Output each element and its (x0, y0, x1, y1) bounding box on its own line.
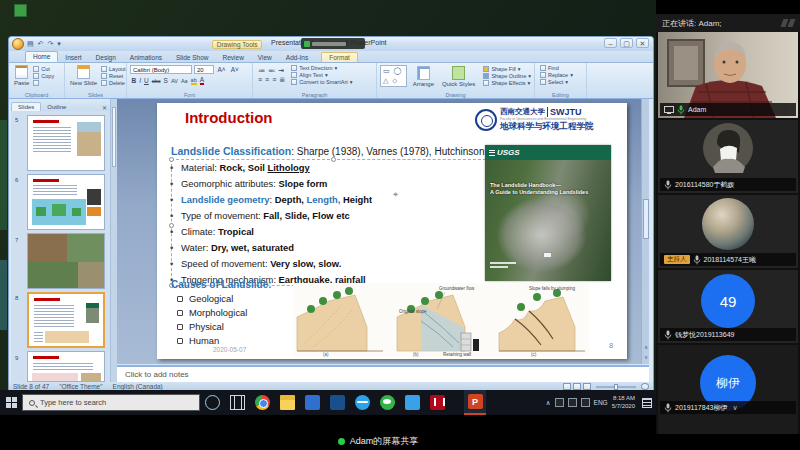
quick-styles-button[interactable]: Quick Styles (442, 66, 475, 87)
smartart-button[interactable]: Convert to SmartArt ▾ (291, 79, 352, 85)
file-explorer-icon[interactable] (280, 395, 295, 410)
close-button[interactable]: ✕ (636, 38, 649, 48)
language-indicator[interactable]: ENG (594, 399, 608, 406)
shape-fill-button[interactable]: Shape Fill ▾ (483, 66, 531, 72)
desktop-icon[interactable] (14, 4, 27, 17)
undo-icon[interactable]: ↶ (38, 40, 45, 47)
notification-center-icon[interactable] (642, 398, 652, 408)
tab-animations[interactable]: Animations (123, 53, 169, 62)
layout-button[interactable]: Layout (101, 66, 126, 72)
photos-icon[interactable] (405, 395, 420, 410)
slide-thumbnail-7[interactable] (27, 233, 105, 289)
maximize-button[interactable]: ▢ (620, 38, 633, 48)
chrome-icon[interactable] (255, 395, 270, 410)
slide-thumbnail-9[interactable] (27, 351, 105, 382)
replace-button[interactable]: Replace ▾ (540, 72, 583, 78)
slideshow-button[interactable] (583, 383, 591, 390)
app-icon[interactable] (330, 395, 345, 410)
text-direction-button[interactable]: Text Direction ▾ (291, 65, 352, 71)
taskbar-clock[interactable]: 8:18 AM 5/7/2020 (612, 395, 635, 409)
slide-canvas[interactable]: Introduction Landslide Classification: S… (157, 103, 627, 359)
highlight-color-button[interactable]: ab (191, 77, 197, 85)
office-button[interactable] (12, 38, 24, 50)
underline-button[interactable]: U (144, 77, 149, 84)
select-button[interactable]: Select ▾ (540, 79, 583, 85)
start-button[interactable] (0, 390, 22, 415)
format-painter-button[interactable] (33, 80, 54, 86)
indent-button[interactable]: ⇥ (278, 67, 284, 75)
grow-font-icon[interactable]: A˄ (218, 66, 226, 73)
shadow-button[interactable]: S (164, 77, 168, 84)
cut-button[interactable]: Cut (33, 66, 54, 72)
font-color-button[interactable]: A (200, 76, 204, 85)
align-text-button[interactable]: Align Text ▾ (291, 72, 352, 78)
tab-add-ins[interactable]: Add-Ins (279, 53, 315, 62)
zoom-slider[interactable] (596, 386, 636, 388)
tab-format[interactable]: Format (321, 52, 358, 62)
bullets-button[interactable]: ≔ (258, 67, 265, 75)
shape-effects-button[interactable]: Shape Effects ▾ (483, 80, 531, 86)
numbering-button[interactable]: ≕ (268, 67, 275, 75)
participant-tile-adam[interactable]: Adam (658, 32, 798, 118)
notes-pane[interactable]: Click to add notes (117, 365, 649, 382)
shape-outline-button[interactable]: Shape Outline ▾ (483, 73, 531, 79)
tray-expand-icon[interactable]: ∧ (546, 399, 551, 407)
tab-review[interactable]: Review (216, 53, 251, 62)
copy-button[interactable]: Copy (33, 73, 54, 79)
internet-explorer-icon[interactable] (355, 395, 370, 410)
taskbar-search[interactable]: Type here to search (22, 394, 200, 411)
previous-slide-icon[interactable]: ∧ (642, 344, 650, 350)
slide-thumbnail-5[interactable] (27, 115, 105, 171)
participant-tile[interactable]: 2016114580于鹤媛 (658, 120, 798, 193)
powerpoint-taskbar-icon[interactable]: P (464, 390, 486, 415)
slide-thumbnail-8-current[interactable] (27, 292, 105, 348)
slide-sorter-button[interactable] (573, 383, 581, 390)
align-center-icon[interactable]: ≡ (265, 76, 269, 83)
italic-button[interactable]: I (139, 77, 141, 84)
font-name-select[interactable]: Calibri (Body) (130, 65, 192, 74)
pane-close-icon[interactable]: ✕ (102, 104, 107, 111)
participant-tile[interactable]: 主持人 2018114574王曦 (658, 195, 798, 268)
shrink-font-icon[interactable]: A˅ (231, 66, 239, 73)
participant-tile[interactable]: 49 钱梦悦2019113649 (658, 270, 798, 343)
quick-access-toolbar[interactable]: ▤ ↶ ↷ ▾ (27, 40, 62, 48)
tray-icon[interactable] (555, 398, 564, 407)
shapes-gallery[interactable]: ▭ ◯ △ ⬦ (380, 65, 407, 87)
save-icon[interactable]: ▤ (27, 40, 35, 47)
justify-icon[interactable]: ≣ (279, 76, 285, 84)
chevron-down-icon[interactable]: ∨ (732, 404, 737, 412)
delete-button[interactable]: Delete (101, 80, 126, 86)
task-view-button[interactable] (230, 395, 245, 410)
tray-icon[interactable] (581, 398, 590, 407)
fit-to-window-button[interactable] (641, 383, 649, 390)
tab-insert[interactable]: Insert (58, 53, 88, 62)
find-button[interactable]: Find (540, 65, 583, 71)
next-slide-icon[interactable]: ∨ (642, 354, 650, 360)
tab-view[interactable]: View (251, 53, 279, 62)
font-size-select[interactable]: 20 (194, 65, 214, 74)
tab-slide-show[interactable]: Slide Show (169, 53, 216, 62)
wechat-icon[interactable] (380, 395, 395, 410)
qat-more-icon[interactable]: ▾ (57, 40, 62, 47)
app-icon[interactable] (305, 395, 320, 410)
reset-button[interactable]: Reset (101, 73, 126, 79)
tab-design[interactable]: Design (89, 53, 123, 62)
tab-home[interactable]: Home (25, 51, 58, 62)
bold-button[interactable]: B (132, 77, 137, 84)
adobe-reader-icon[interactable] (430, 395, 445, 410)
title-bar[interactable]: ▤ ↶ ↷ ▾ Drawing Tools Presentation1 - Mi… (9, 37, 653, 51)
align-right-icon[interactable]: ≡ (272, 76, 276, 83)
pane-tab-outline[interactable]: Outline (41, 103, 72, 111)
slide-scrollbar[interactable]: ∧ ∨ (641, 99, 649, 364)
arrange-button[interactable]: Arrange (413, 66, 434, 87)
language-status[interactable]: English (Canada) (113, 383, 163, 390)
normal-view-button[interactable] (563, 383, 571, 390)
cortana-button[interactable] (205, 395, 220, 410)
tray-icon[interactable] (568, 398, 577, 407)
change-case-button[interactable]: Aa (181, 78, 188, 84)
strikethrough-button[interactable]: abc (152, 78, 161, 84)
new-slide-button[interactable]: New Slide (70, 65, 97, 86)
pane-tab-slides[interactable]: Slides (11, 102, 41, 111)
minimize-button[interactable]: – (604, 38, 617, 48)
participant-tile[interactable]: 柳伊 2019117843柳伊 ∨ (658, 345, 798, 434)
